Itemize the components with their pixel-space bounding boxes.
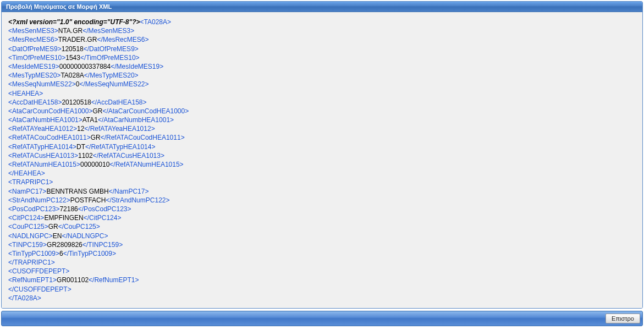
panel-header: Προβολή Μηνύματος σε Μορφή XML	[2, 2, 642, 12]
xml-value: EMPFINGEN	[44, 214, 83, 222]
xml-value: 00000000337884	[59, 63, 111, 70]
xml-tag: <MesIdeMES19>	[8, 63, 59, 70]
xml-line: <TimOfPreMES10>1543</TimOfPreMES10>	[8, 53, 636, 62]
xml-tag: </CitPC124>	[84, 214, 122, 222]
xml-line: <CUSOFFDEPEPT>	[8, 267, 636, 276]
xml-line: <RefATAYeaHEA1012>12</RefATAYeaHEA1012>	[8, 124, 636, 133]
xml-tag: </MesSenMES3>	[82, 27, 134, 35]
xml-value: POSTFACH	[70, 196, 106, 204]
xml-line: <AccDatHEA158>20120518</AccDatHEA158>	[8, 98, 636, 107]
xml-value: GR	[92, 107, 102, 115]
xml-line: <RefNumEPT1>GR001102</RefNumEPT1>	[8, 276, 636, 284]
xml-tag: </CouPC125>	[58, 223, 100, 230]
xml-value: GR	[91, 134, 101, 141]
xml-line: <MesSeqNumMES22>0</MesSeqNumMES22>	[8, 80, 636, 89]
xml-tag: </TinTypPC1009>	[63, 250, 116, 257]
xml-line: <AtaCarCounCodHEA1000>GR</AtaCarCounCodH…	[8, 107, 636, 116]
xml-value: NTA.GR	[58, 27, 82, 35]
xml-line: <CouPC125>GR</CouPC125>	[8, 222, 636, 231]
xml-line: <RefATACouCodHEA1011>GR</RefATACouCodHEA…	[8, 133, 636, 142]
xml-tag: <AccDatHEA158>	[8, 98, 62, 106]
xml-line: <MesTypMES20>TA028A</MesTypMES20>	[8, 71, 636, 80]
xml-tag: <MesTypMES20>	[8, 72, 60, 79]
xml-tag: <CUSOFFDEPEPT>	[8, 267, 69, 275]
xml-line: <RefATATypHEA1014>DT</RefATATypHEA1014>	[8, 142, 636, 151]
xml-line: <NADLNGPC>EN</NADLNGPC>	[8, 232, 636, 240]
xml-tag: <StrAndNumPC122>	[8, 196, 70, 204]
xml-line: <PosCodPC123>72186</PosCodPC123>	[8, 205, 636, 213]
xml-tag: <MesSeqNumMES22>	[8, 80, 76, 88]
xml-line: <?xml version="1.0" encoding="UTF-8"?><T…	[8, 18, 636, 26]
xml-tag: <CitPC124>	[8, 214, 44, 222]
xml-tag: </CUSOFFDEPEPT>	[8, 285, 71, 293]
xml-value: 00000010	[80, 161, 109, 168]
xml-value: TRADER.GR	[58, 36, 97, 43]
xml-tag: <PosCodPC123>	[8, 205, 59, 213]
xml-tag: <NADLNGPC>	[8, 232, 53, 240]
xml-line: </TRAPRIPC1>	[8, 258, 636, 267]
xml-line: </CUSOFFDEPEPT>	[8, 285, 636, 294]
xml-tag: <RefNumEPT1>	[8, 276, 57, 284]
xml-tag: </RefATACouCodHEA1011>	[101, 134, 185, 141]
xml-line: <AtaCarNumbHEA1001>ATA1</AtaCarNumbHEA10…	[8, 116, 636, 124]
xml-tag: <RefATATypHEA1014>	[8, 143, 76, 151]
xml-tag: </RefATAYeaHEA1012>	[84, 125, 155, 133]
xml-tag: <TinTypPC1009>	[8, 250, 59, 257]
xml-line: <CitPC124>EMPFINGEN</CitPC124>	[8, 213, 636, 222]
xml-line: <TINPC159>GR2809826</TINPC159>	[8, 240, 636, 249]
xml-line: </TA028A>	[8, 294, 636, 303]
xml-tag: </AtaCarCounCodHEA1000>	[102, 107, 189, 115]
xml-value: 20120518	[62, 98, 91, 106]
xml-value: DT	[76, 143, 85, 151]
xml-tag: </RefNumEPT1>	[89, 276, 139, 284]
xml-tag: </StrAndNumPC122>	[106, 196, 169, 204]
xml-tag: </AtaCarNumbHEA1001>	[98, 116, 174, 124]
xml-line: <TinTypPC1009>6</TinTypPC1009>	[8, 249, 636, 258]
footer-bar: Επιστρο	[1, 311, 643, 326]
xml-line: <HEAHEA>	[8, 89, 636, 98]
xml-value: BENNTRANS GMBH	[46, 188, 108, 195]
xml-line: </HEAHEA>	[8, 169, 636, 178]
xml-message-panel: Προβολή Μηνύματος σε Μορφή XML <?xml ver…	[1, 1, 643, 309]
panel-title: Προβολή Μηνύματος σε Μορφή XML	[6, 3, 112, 10]
xml-tag: <CouPC125>	[8, 223, 48, 230]
xml-tag: </MesIdeMES19>	[111, 63, 163, 70]
xml-tag: </RefATACusHEA1013>	[93, 152, 164, 160]
xml-line: <RefATANumHEA1015>00000010</RefATANumHEA…	[8, 160, 636, 169]
xml-value: 12	[77, 125, 84, 133]
xml-tag: <NamPC17>	[8, 188, 46, 195]
xml-value: GR2809826	[47, 241, 82, 249]
xml-tag: <TRAPRIPC1>	[8, 178, 53, 186]
xml-tag: </AccDatHEA158>	[91, 98, 147, 106]
xml-tag: <MesRecMES6>	[8, 36, 58, 43]
xml-tag: </RefATANumHEA1015>	[109, 161, 183, 168]
xml-tag: </TRAPRIPC1>	[8, 259, 55, 266]
xml-tag: <RefATACusHEA1013>	[8, 152, 78, 160]
xml-tag: </RefATATypHEA1014>	[85, 143, 155, 151]
xml-value: 1102	[78, 152, 93, 160]
xml-declaration: <?xml version="1.0" encoding="UTF-8"?>	[8, 18, 140, 26]
xml-tag: </MesRecMES6>	[97, 36, 148, 43]
xml-content: <?xml version="1.0" encoding="UTF-8"?><T…	[2, 12, 642, 308]
xml-tag: <MesSenMES3>	[8, 27, 58, 35]
back-button[interactable]: Επιστρο	[606, 314, 640, 323]
xml-value: 72186	[59, 205, 78, 213]
xml-line: <TRAPRIPC1>	[8, 178, 636, 186]
xml-value: 6	[59, 250, 63, 257]
xml-value: 1543	[65, 54, 80, 62]
xml-value: GR	[48, 223, 58, 230]
xml-tag: </TA028A>	[8, 294, 41, 302]
xml-tag: </DatOfPreMES9>	[84, 45, 139, 53]
xml-line: <MesRecMES6>TRADER.GR</MesRecMES6>	[8, 35, 636, 44]
xml-tag: <HEAHEA>	[8, 90, 43, 97]
xml-tag: <TINPC159>	[8, 241, 47, 249]
xml-tag: </NADLNGPC>	[62, 232, 108, 240]
xml-tag: </MesSeqNumMES22>	[79, 80, 148, 88]
xml-tag: </MesTypMES20>	[84, 72, 139, 79]
xml-tag: <RefATAYeaHEA1012>	[8, 125, 77, 133]
xml-tag: <TA028A>	[140, 18, 171, 26]
xml-value: 120518	[62, 45, 84, 53]
xml-tag: <AtaCarCounCodHEA1000>	[8, 107, 92, 115]
xml-tag: <TimOfPreMES10>	[8, 54, 65, 62]
xml-value: ATA1	[82, 116, 98, 124]
